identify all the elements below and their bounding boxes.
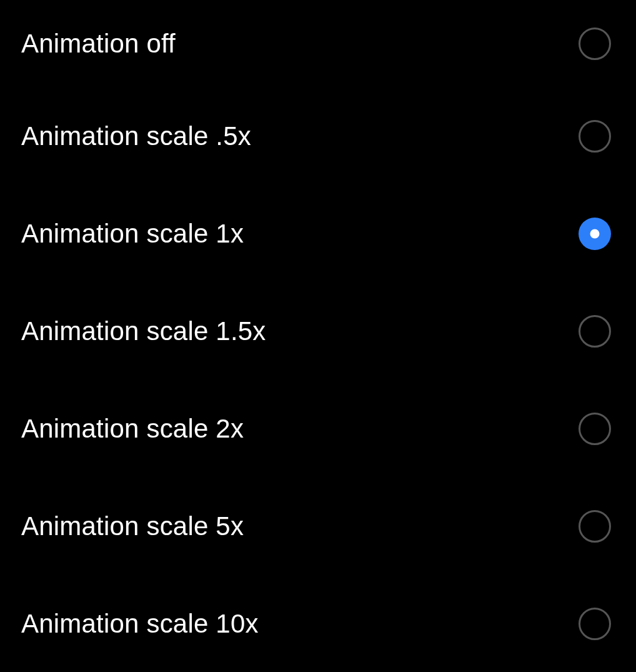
option-label: Animation scale 1.5x [21, 316, 266, 346]
option-label: Animation scale 2x [21, 414, 244, 444]
radio-icon [579, 413, 611, 445]
option-label: Animation scale 10x [21, 609, 259, 639]
radio-icon [579, 315, 611, 348]
radio-icon [579, 510, 611, 543]
option-label: Animation scale 5x [21, 511, 244, 541]
option-animation-off[interactable]: Animation off [0, 0, 636, 88]
option-animation-scale-1x[interactable]: Animation scale 1x [0, 185, 636, 283]
option-animation-scale-5x[interactable]: Animation scale 5x [0, 478, 636, 575]
radio-icon [579, 608, 611, 640]
option-animation-scale-10x[interactable]: Animation scale 10x [0, 575, 636, 672]
radio-icon [579, 28, 611, 60]
option-animation-scale-0-5x[interactable]: Animation scale .5x [0, 88, 636, 185]
option-animation-scale-2x[interactable]: Animation scale 2x [0, 380, 636, 478]
option-label: Animation scale 1x [21, 219, 244, 249]
option-label: Animation scale .5x [21, 121, 251, 151]
radio-icon [579, 120, 611, 153]
option-animation-scale-1-5x[interactable]: Animation scale 1.5x [0, 283, 636, 380]
option-label: Animation off [21, 29, 176, 59]
animation-scale-options-list: Animation off Animation scale .5x Animat… [0, 0, 636, 672]
radio-icon-selected [579, 218, 611, 250]
